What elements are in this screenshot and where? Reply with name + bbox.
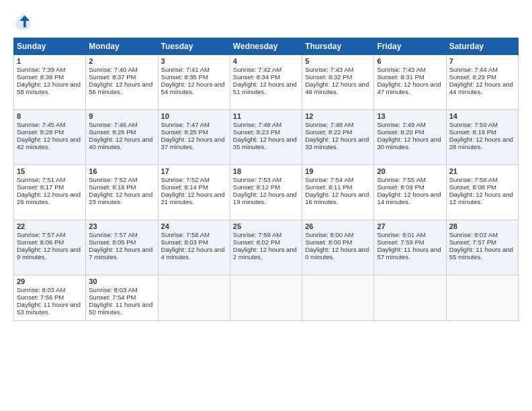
- sunrise-text: Sunrise: 7:52 AM: [161, 176, 210, 183]
- sunset-text: Sunset: 8:14 PM: [161, 183, 208, 191]
- calendar-cell: 8Sunrise: 7:45 AMSunset: 8:28 PMDaylight…: [14, 110, 86, 165]
- sunset-text: Sunset: 8:02 PM: [233, 238, 280, 246]
- weekday-header-saturday: Saturday: [446, 38, 518, 55]
- calendar-cell: [158, 275, 230, 321]
- calendar-cell: 26Sunrise: 8:00 AMSunset: 8:00 PMDayligh…: [302, 220, 374, 275]
- day-number: 1: [17, 57, 83, 65]
- day-number: 5: [305, 57, 371, 65]
- sunset-text: Sunset: 7:56 PM: [17, 293, 64, 301]
- sunset-text: Sunset: 8:17 PM: [17, 183, 64, 191]
- calendar-cell: 6Sunrise: 7:43 AMSunset: 8:31 PMDaylight…: [374, 55, 446, 110]
- sunset-text: Sunset: 8:09 PM: [377, 183, 424, 191]
- day-number: 19: [305, 167, 371, 175]
- weekday-header-thursday: Thursday: [302, 38, 374, 55]
- day-number: 6: [377, 57, 443, 65]
- sunset-text: Sunset: 8:22 PM: [305, 128, 352, 136]
- day-number: 11: [233, 112, 299, 120]
- calendar-cell: 3Sunrise: 7:41 AMSunset: 8:35 PMDaylight…: [158, 55, 230, 110]
- weekday-header-wednesday: Wednesday: [230, 38, 302, 55]
- calendar-week-row: 15Sunrise: 7:51 AMSunset: 8:17 PMDayligh…: [14, 165, 519, 220]
- weekday-header-row: SundayMondayTuesdayWednesdayThursdayFrid…: [14, 38, 519, 55]
- calendar-cell: 20Sunrise: 7:55 AMSunset: 8:09 PMDayligh…: [374, 165, 446, 220]
- sunset-text: Sunset: 8:06 PM: [17, 238, 64, 246]
- sunset-text: Sunset: 8:19 PM: [449, 128, 496, 136]
- sunset-text: Sunset: 8:34 PM: [233, 73, 280, 81]
- calendar-cell: [446, 275, 518, 321]
- daylight-text: Daylight: 12 hours and 21 minutes.: [161, 191, 225, 205]
- calendar-cell: 9Sunrise: 7:46 AMSunset: 8:26 PMDaylight…: [86, 110, 158, 165]
- sunrise-text: Sunrise: 7:48 AM: [233, 121, 281, 128]
- calendar-cell: 21Sunrise: 7:56 AMSunset: 8:08 PMDayligh…: [446, 165, 518, 220]
- calendar-cell: 12Sunrise: 7:48 AMSunset: 8:22 PMDayligh…: [302, 110, 374, 165]
- sunrise-text: Sunrise: 7:45 AM: [17, 121, 65, 128]
- day-number: 12: [305, 112, 371, 120]
- sunset-text: Sunset: 8:29 PM: [449, 73, 496, 81]
- sunrise-text: Sunrise: 7:50 AM: [449, 121, 498, 128]
- sunset-text: Sunset: 8:12 PM: [233, 183, 280, 191]
- daylight-text: Daylight: 12 hours and 44 minutes.: [449, 81, 513, 95]
- daylight-text: Daylight: 12 hours and 51 minutes.: [233, 81, 297, 95]
- sunrise-text: Sunrise: 7:40 AM: [89, 66, 137, 73]
- day-number: 25: [233, 222, 299, 230]
- day-number: 2: [89, 57, 154, 65]
- sunrise-text: Sunrise: 7:57 AM: [17, 231, 65, 238]
- sunset-text: Sunset: 8:38 PM: [17, 73, 64, 81]
- daylight-text: Daylight: 11 hours and 55 minutes.: [449, 246, 513, 261]
- daylight-text: Daylight: 12 hours and 16 minutes.: [305, 191, 369, 205]
- sunrise-text: Sunrise: 7:43 AM: [377, 66, 425, 73]
- daylight-text: Daylight: 12 hours and 14 minutes.: [377, 191, 441, 205]
- calendar-cell: 17Sunrise: 7:52 AMSunset: 8:14 PMDayligh…: [158, 165, 230, 220]
- logo: [13, 12, 35, 31]
- day-number: 7: [449, 57, 515, 65]
- calendar-cell: 19Sunrise: 7:54 AMSunset: 8:11 PMDayligh…: [302, 165, 374, 220]
- sunrise-text: Sunrise: 7:43 AM: [305, 66, 353, 73]
- sunset-text: Sunset: 8:03 PM: [161, 238, 208, 246]
- daylight-text: Daylight: 12 hours and 2 minutes.: [233, 246, 297, 261]
- calendar-cell: 13Sunrise: 7:49 AMSunset: 8:20 PMDayligh…: [374, 110, 446, 165]
- sunset-text: Sunset: 8:31 PM: [377, 73, 424, 81]
- daylight-text: Daylight: 12 hours and 40 minutes.: [89, 136, 152, 150]
- day-number: 16: [89, 167, 154, 175]
- sunrise-text: Sunrise: 7:59 AM: [233, 231, 281, 238]
- day-number: 29: [17, 277, 83, 285]
- calendar: SundayMondayTuesdayWednesdayThursdayFrid…: [13, 38, 519, 321]
- calendar-cell: 24Sunrise: 7:58 AMSunset: 8:03 PMDayligh…: [158, 220, 230, 275]
- daylight-text: Daylight: 12 hours and 9 minutes.: [17, 246, 81, 261]
- day-number: 28: [449, 222, 515, 230]
- daylight-text: Daylight: 12 hours and 58 minutes.: [17, 81, 81, 95]
- day-number: 30: [89, 277, 154, 285]
- sunset-text: Sunset: 8:05 PM: [89, 238, 136, 246]
- sunrise-text: Sunrise: 8:00 AM: [305, 231, 353, 238]
- calendar-week-row: 8Sunrise: 7:45 AMSunset: 8:28 PMDaylight…: [14, 110, 519, 165]
- daylight-text: Daylight: 12 hours and 23 minutes.: [89, 191, 152, 205]
- day-number: 15: [17, 167, 83, 175]
- day-number: 26: [305, 222, 371, 230]
- calendar-cell: 27Sunrise: 8:01 AMSunset: 7:59 PMDayligh…: [374, 220, 446, 275]
- sunrise-text: Sunrise: 7:53 AM: [233, 176, 281, 183]
- sunrise-text: Sunrise: 7:51 AM: [17, 176, 65, 183]
- day-number: 10: [161, 112, 227, 120]
- day-number: 13: [377, 112, 443, 120]
- sunrise-text: Sunrise: 8:01 AM: [377, 231, 425, 238]
- daylight-text: Daylight: 11 hours and 50 minutes.: [89, 301, 152, 316]
- sunset-text: Sunset: 8:16 PM: [89, 183, 136, 191]
- sunset-text: Sunset: 8:26 PM: [89, 128, 136, 136]
- sunset-text: Sunset: 8:25 PM: [161, 128, 208, 136]
- page: SundayMondayTuesdayWednesdayThursdayFrid…: [0, 0, 532, 411]
- daylight-text: Daylight: 11 hours and 57 minutes.: [377, 246, 441, 261]
- daylight-text: Daylight: 12 hours and 54 minutes.: [161, 81, 225, 95]
- day-number: 24: [161, 222, 227, 230]
- calendar-cell: 10Sunrise: 7:47 AMSunset: 8:25 PMDayligh…: [158, 110, 230, 165]
- sunrise-text: Sunrise: 7:54 AM: [305, 176, 353, 183]
- day-number: 14: [449, 112, 515, 120]
- sunset-text: Sunset: 8:00 PM: [305, 238, 352, 246]
- sunset-text: Sunset: 8:28 PM: [17, 128, 64, 136]
- daylight-text: Daylight: 12 hours and 12 minutes.: [449, 191, 513, 205]
- sunrise-text: Sunrise: 8:03 AM: [17, 286, 65, 293]
- daylight-text: Daylight: 12 hours and 33 minutes.: [305, 136, 369, 150]
- sunset-text: Sunset: 8:32 PM: [305, 73, 352, 81]
- sunset-text: Sunset: 8:37 PM: [89, 73, 136, 81]
- header: [13, 12, 519, 31]
- daylight-text: Daylight: 12 hours and 0 minutes.: [305, 246, 369, 261]
- daylight-text: Daylight: 12 hours and 28 minutes.: [449, 136, 513, 150]
